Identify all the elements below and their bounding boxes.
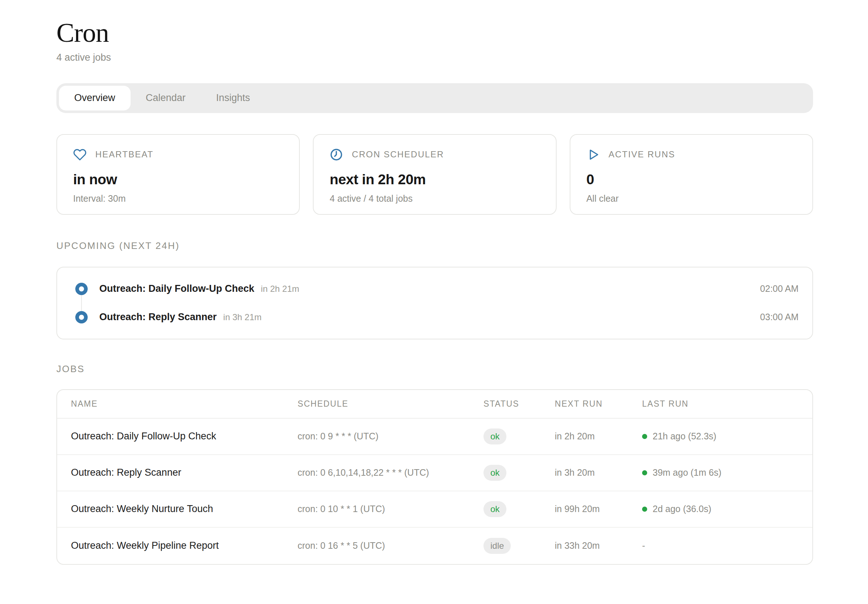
job-next-run: in 3h 20m <box>555 467 642 478</box>
status-badge: ok <box>484 428 506 444</box>
upcoming-list: Outreach: Daily Follow-Up Check in 2h 21… <box>56 267 813 340</box>
stat-subtext: Interval: 30m <box>73 193 283 204</box>
job-name: Outreach: Weekly Pipeline Report <box>71 540 298 551</box>
status-badge: idle <box>484 538 511 553</box>
stat-label: HEARTBEAT <box>95 149 153 159</box>
job-name: Outreach: Daily Follow-Up Check <box>71 431 298 442</box>
table-row[interactable]: Outreach: Weekly Nurture Touch cron: 0 1… <box>57 491 812 528</box>
job-last-run-cell: 2d ago (36.0s) <box>642 504 798 514</box>
tab-label: Insights <box>216 92 250 103</box>
status-badge: ok <box>484 465 506 480</box>
job-last-run-cell: - <box>642 541 798 551</box>
tab-label: Calendar <box>146 92 186 103</box>
stat-card-header: HEARTBEAT <box>73 148 283 161</box>
tab[interactable]: Calendar <box>130 86 201 110</box>
upcoming-scheduled-time: 02:00 AM <box>760 283 798 294</box>
clock-icon <box>330 148 343 161</box>
jobs-section-heading: JOBS <box>56 363 813 375</box>
job-schedule: cron: 0 10 * * 1 (UTC) <box>298 504 484 514</box>
tab-bar: Overview Calendar Insights <box>56 83 813 113</box>
success-dot-icon <box>642 434 647 439</box>
tab[interactable]: Insights <box>201 86 265 110</box>
column-header-status: STATUS <box>484 399 555 409</box>
job-status-cell: idle <box>484 538 555 553</box>
job-schedule: cron: 0 16 * * 5 (UTC) <box>298 541 484 551</box>
job-last-run: 2d ago (36.0s) <box>653 504 711 514</box>
table-row[interactable]: Outreach: Weekly Pipeline Report cron: 0… <box>57 528 812 564</box>
upcoming-item[interactable]: Outreach: Reply Scanner in 3h 21m 03:00 … <box>57 303 812 331</box>
job-next-run: in 33h 20m <box>555 541 642 551</box>
column-header-last-run: LAST RUN <box>642 399 798 409</box>
stat-card-active-runs: ACTIVE RUNS 0 All clear <box>570 134 813 215</box>
job-status-cell: ok <box>484 501 555 517</box>
job-last-run-cell: 39m ago (1m 6s) <box>642 467 798 478</box>
tab-label: Overview <box>74 92 115 103</box>
job-last-run-cell: 21h ago (52.3s) <box>642 431 798 442</box>
job-last-run: 21h ago (52.3s) <box>653 431 716 442</box>
jobs-table-header: NAME SCHEDULE STATUS NEXT RUN LAST RUN <box>57 390 812 419</box>
tab[interactable]: Overview <box>59 86 130 110</box>
job-schedule: cron: 0 6,10,14,18,22 * * * (UTC) <box>298 467 484 478</box>
stat-card-header: ACTIVE RUNS <box>586 148 796 161</box>
job-schedule: cron: 0 9 * * * (UTC) <box>298 431 484 442</box>
stat-value: next in 2h 20m <box>330 171 539 187</box>
jobs-table-body: Outreach: Daily Follow-Up Check cron: 0 … <box>57 419 812 564</box>
upcoming-section-heading: UPCOMING (NEXT 24H) <box>56 240 813 252</box>
job-last-run: 39m ago (1m 6s) <box>653 467 721 478</box>
job-name: Outreach: Reply Scanner <box>71 467 298 478</box>
stat-subtext: All clear <box>586 193 796 204</box>
upcoming-item[interactable]: Outreach: Daily Follow-Up Check in 2h 21… <box>57 275 812 303</box>
upcoming-job-name: Outreach: Reply Scanner <box>99 312 217 323</box>
timeline-dot-icon <box>75 311 88 323</box>
upcoming-relative-time: in 2h 21m <box>261 284 299 294</box>
stat-value: 0 <box>586 171 796 187</box>
stat-label: ACTIVE RUNS <box>609 149 675 159</box>
job-name: Outreach: Weekly Nurture Touch <box>71 503 298 514</box>
column-header-next-run: NEXT RUN <box>555 399 642 409</box>
job-status-cell: ok <box>484 465 555 480</box>
stat-card-cron-scheduler: CRON SCHEDULER next in 2h 20m 4 active /… <box>313 134 556 215</box>
timeline-dot-icon <box>75 283 88 295</box>
stats-row: HEARTBEAT in now Interval: 30m CRON SCHE… <box>56 134 813 215</box>
stat-card-heartbeat: HEARTBEAT in now Interval: 30m <box>56 134 300 215</box>
play-icon <box>586 148 600 161</box>
page: Cron 4 active jobs Overview Calendar Ins… <box>56 0 813 565</box>
status-badge: ok <box>484 501 506 517</box>
job-next-run: in 99h 20m <box>555 504 642 514</box>
table-row[interactable]: Outreach: Daily Follow-Up Check cron: 0 … <box>57 419 812 455</box>
page-title: Cron <box>56 19 813 47</box>
success-dot-icon <box>642 470 647 475</box>
table-row[interactable]: Outreach: Reply Scanner cron: 0 6,10,14,… <box>57 455 812 491</box>
heart-icon <box>73 148 87 161</box>
stat-card-header: CRON SCHEDULER <box>330 148 539 161</box>
column-header-name: NAME <box>71 399 298 409</box>
upcoming-scheduled-time: 03:00 AM <box>760 312 798 322</box>
stat-label: CRON SCHEDULER <box>352 149 444 159</box>
upcoming-relative-time: in 3h 21m <box>223 312 262 322</box>
column-header-schedule: SCHEDULE <box>298 399 484 409</box>
stat-value: in now <box>73 171 283 187</box>
active-jobs-count: 4 active jobs <box>56 52 813 63</box>
stat-subtext: 4 active / 4 total jobs <box>330 193 539 204</box>
job-next-run: in 2h 20m <box>555 431 642 442</box>
upcoming-job-name: Outreach: Daily Follow-Up Check <box>99 283 254 294</box>
job-status-cell: ok <box>484 428 555 444</box>
job-last-run: - <box>642 541 645 551</box>
success-dot-icon <box>642 507 647 512</box>
jobs-table: NAME SCHEDULE STATUS NEXT RUN LAST RUN O… <box>56 389 813 565</box>
